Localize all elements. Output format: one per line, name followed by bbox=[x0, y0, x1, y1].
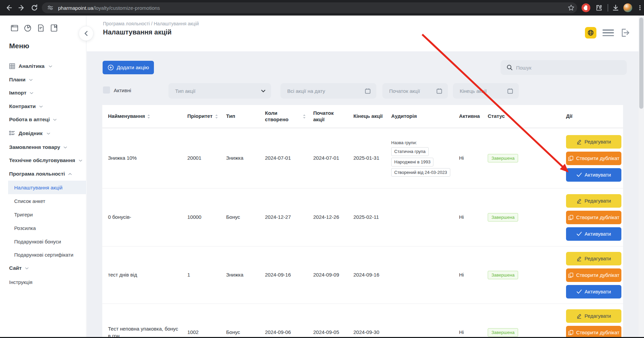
duplicate-button[interactable]: Створити дублікат bbox=[566, 268, 621, 282]
chevron-down-icon bbox=[63, 146, 67, 149]
promo-status: Завершена bbox=[488, 271, 566, 280]
promo-start: 2024-07-01 bbox=[313, 155, 353, 161]
sidebar-item-pharmacy-work[interactable]: Робота в аптеці bbox=[9, 116, 57, 123]
check-icon bbox=[576, 232, 582, 236]
duplicate-button[interactable]: Створити дублікат bbox=[566, 211, 621, 224]
sort-icon[interactable] bbox=[215, 114, 218, 119]
duplicate-button[interactable]: Створити дублікат bbox=[566, 152, 621, 165]
hamburger-menu-icon[interactable] bbox=[602, 29, 614, 36]
promo-end: 2024-09-30 bbox=[353, 329, 391, 336]
sidebar-item-goods-order[interactable]: Замовлення товару bbox=[9, 144, 67, 151]
edit-button[interactable]: Редагувати bbox=[566, 194, 621, 208]
all-promos-date-picker[interactable]: Всі акції на дату bbox=[280, 83, 376, 99]
address-bar[interactable]: pharmapoint.ua/loyalty/customize-promoti… bbox=[42, 2, 577, 13]
edit-button[interactable]: Редагувати bbox=[566, 252, 621, 265]
activate-button[interactable]: Активувати bbox=[566, 227, 621, 241]
col-header-name[interactable]: Найменування bbox=[102, 113, 187, 120]
page-header: Програма лояльності / Налаштування акцій… bbox=[87, 16, 639, 51]
table-row: Знижка 10% 20001 Знижка 2024-07-01 2024-… bbox=[102, 128, 623, 188]
sidebar-subitem-questionnaires[interactable]: Список анкет bbox=[14, 197, 45, 205]
search-box[interactable] bbox=[501, 60, 627, 75]
url-text: pharmapoint.ua/loyalty/customize-promoti… bbox=[58, 5, 160, 11]
breadcrumb: Програма лояльності / Налаштування акцій bbox=[103, 21, 199, 26]
add-promotion-button[interactable]: Додати акцію bbox=[103, 61, 154, 74]
status-badge: Завершена bbox=[488, 271, 518, 280]
pie-chart-icon[interactable] bbox=[23, 24, 32, 32]
browser-menu-icon[interactable] bbox=[635, 3, 644, 12]
promo-start: 2024-12-26 bbox=[313, 214, 353, 220]
calendar-icon bbox=[507, 88, 513, 94]
edit-button[interactable]: Редагувати bbox=[566, 309, 621, 323]
bookmark-star-icon[interactable] bbox=[566, 3, 576, 12]
activate-button[interactable]: Активувати bbox=[566, 168, 621, 182]
col-header-start: Початок акції bbox=[313, 110, 353, 123]
logout-icon[interactable] bbox=[620, 28, 630, 38]
sidebar-item-import[interactable]: Імпорт bbox=[9, 89, 33, 97]
pencil-icon bbox=[576, 313, 582, 319]
sidebar-subitem-gift-bonuses[interactable]: Подарункові бонуси bbox=[14, 238, 61, 245]
sidebar-subitem-mailing[interactable]: Розсилка bbox=[14, 224, 36, 232]
col-header-priority[interactable]: Пріоритет bbox=[187, 113, 226, 120]
search-input[interactable] bbox=[516, 65, 611, 71]
book-icon[interactable] bbox=[50, 24, 58, 32]
promotions-table: Найменування Пріоритет Тип Коли створено… bbox=[102, 105, 623, 338]
col-header-status: Статус bbox=[488, 113, 566, 120]
active-filter-label: Активні bbox=[114, 87, 131, 93]
col-header-created[interactable]: Коли створено bbox=[265, 110, 313, 123]
sort-icon[interactable] bbox=[303, 114, 306, 119]
promo-type: Бонус bbox=[226, 214, 265, 220]
sidebar-item-analytics[interactable]: Аналітика bbox=[9, 62, 52, 70]
col-header-active: Активна bbox=[459, 113, 488, 120]
back-icon[interactable] bbox=[4, 3, 14, 12]
adblock-extension-icon[interactable] bbox=[581, 3, 591, 12]
duplicate-button[interactable]: Створити дублікат bbox=[566, 326, 621, 338]
promo-type-select[interactable]: Тип акції bbox=[168, 83, 271, 99]
sidebar-item-contracts[interactable]: Контракти bbox=[9, 103, 43, 110]
sidebar-item-site[interactable]: Сайт bbox=[9, 264, 29, 272]
active-filter-checkbox[interactable] bbox=[103, 86, 110, 94]
language-globe-button[interactable] bbox=[585, 27, 596, 38]
copy-icon bbox=[568, 330, 573, 335]
table-row: 0 бонусів- 10000 Бонус 2024-12-27 2024-1… bbox=[102, 188, 623, 246]
plus-circle-icon bbox=[108, 64, 114, 71]
promo-status: Завершена bbox=[488, 154, 566, 163]
col-header-type: Тип bbox=[226, 113, 265, 120]
edit-button[interactable]: Редагувати bbox=[566, 135, 621, 149]
audience-group-label: Назва групи: bbox=[391, 140, 417, 146]
archive-box-icon[interactable] bbox=[10, 24, 19, 32]
col-header-actions: Дії bbox=[566, 113, 623, 120]
sidebar: Меню Аналітика Плани Імпорт Контракти Ро… bbox=[0, 16, 86, 338]
promo-end: 2024-09-16 bbox=[353, 271, 391, 278]
sidebar-item-maintenance[interactable]: Технічне обслуговування bbox=[9, 157, 82, 164]
site-settings-icon[interactable] bbox=[47, 5, 53, 11]
forward-icon[interactable] bbox=[17, 3, 26, 12]
sidebar-item-plans[interactable]: Плани bbox=[9, 76, 33, 83]
reload-icon[interactable] bbox=[30, 3, 39, 12]
sidebar-item-directory[interactable]: Довідник bbox=[9, 130, 50, 137]
sidebar-subitem-gift-certificates[interactable]: Подарункові сертифікати bbox=[14, 251, 73, 258]
row-actions: Редагувати Створити дублікат Активувати bbox=[566, 252, 623, 298]
sidebar-item-loyalty-program[interactable]: Програма лояльності bbox=[9, 170, 72, 178]
promo-start-date-picker[interactable]: Початок акції bbox=[382, 83, 448, 99]
sidebar-collapse-button[interactable] bbox=[79, 26, 93, 41]
sidebar-subitem-triggers[interactable]: Тригери bbox=[14, 211, 33, 218]
promo-type: Бонус bbox=[226, 329, 265, 336]
page-scrollbar[interactable] bbox=[639, 16, 644, 338]
sidebar-item-instruction[interactable]: Інструкція bbox=[9, 278, 32, 286]
downloads-icon[interactable] bbox=[611, 3, 620, 12]
promo-type: Знижка bbox=[226, 155, 265, 161]
search-icon bbox=[507, 64, 513, 71]
activate-button[interactable]: Активувати bbox=[566, 285, 621, 298]
chevron-down-icon bbox=[39, 105, 43, 108]
pencil-icon bbox=[576, 139, 582, 145]
sidebar-subitem-promo-settings[interactable]: Налаштування акцій bbox=[14, 184, 62, 191]
document-icon[interactable] bbox=[36, 24, 45, 32]
promo-name: Знижка 10% bbox=[102, 155, 187, 161]
promo-name: Тест неповна упаковка, бонус в грн bbox=[102, 326, 187, 338]
promo-created: 2024-07-01 bbox=[265, 155, 313, 161]
sort-icon[interactable] bbox=[147, 114, 150, 119]
extensions-puzzle-icon[interactable] bbox=[594, 3, 603, 12]
profile-avatar[interactable] bbox=[623, 3, 633, 12]
promo-end-date-picker[interactable]: Кінець акції bbox=[453, 83, 519, 99]
scrollbar-thumb[interactable] bbox=[639, 18, 643, 109]
